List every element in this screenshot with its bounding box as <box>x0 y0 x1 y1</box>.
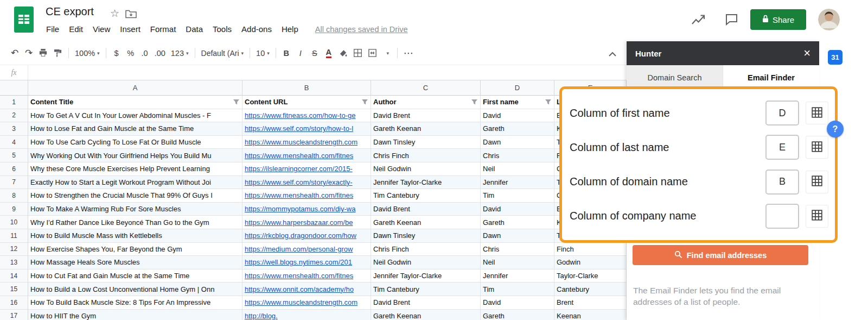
cell-last[interactable]: Cantebury <box>554 283 627 296</box>
redo-button[interactable]: ↷ <box>22 46 36 60</box>
cell-author[interactable]: Dawn Tinsley <box>371 136 481 149</box>
cell-url[interactable]: https://www.menshealth.com/fitnes <box>242 149 371 162</box>
cell-author[interactable]: Tim Cantebury <box>371 283 481 296</box>
row-number[interactable]: 14 <box>0 269 28 283</box>
format-currency-button[interactable]: $ <box>110 46 124 60</box>
cell-title[interactable]: How Exercise Shapes You, Far Beyond the … <box>28 243 242 256</box>
cell-title[interactable]: How to HIIT the Gym <box>28 310 242 320</box>
cell-url[interactable]: https://www.self.com/story/how-to-l <box>242 122 371 136</box>
cell-first[interactable]: First name <box>481 96 554 109</box>
column-of-last-name-picker-button[interactable] <box>806 136 828 159</box>
cell-url[interactable]: https://www.muscleandstrength.com <box>242 296 371 310</box>
cell-title[interactable]: How To Make A Warming Rub For Sore Muscl… <box>28 203 242 216</box>
cell-title[interactable]: How Massage Heals Sore Muscles <box>28 256 242 269</box>
column-of-last-name-input[interactable]: E <box>765 135 799 160</box>
cell-last[interactable]: Godwin <box>554 256 627 269</box>
column-of-company-name-picker-button[interactable] <box>806 205 828 228</box>
cell-first[interactable]: Dawn <box>481 229 554 243</box>
increase-decimal-button[interactable]: .00 <box>152 46 168 60</box>
cell-url[interactable]: https://www.onnit.com/academy/ho <box>242 283 371 296</box>
cell-url[interactable]: https://www.self.com/story/exactly- <box>242 176 371 190</box>
filter-icon[interactable] <box>545 99 552 105</box>
cell-title[interactable]: How To Build Back Muscle Size: 8 Tips Fo… <box>28 296 242 310</box>
format-percent-button[interactable]: % <box>124 46 138 60</box>
font-family-select[interactable]: Default (Ari▾ <box>199 46 247 60</box>
row-number[interactable]: 9 <box>0 203 28 216</box>
cell-author[interactable]: Gareth Keenan <box>371 310 481 320</box>
row-number[interactable]: 6 <box>0 162 28 176</box>
cell-first[interactable]: Gareth <box>481 216 554 229</box>
borders-button[interactable] <box>350 46 365 60</box>
cell-author[interactable]: Jennifer Taylor-Clarke <box>371 176 481 190</box>
cell-author[interactable]: Gareth Keenan <box>371 216 481 229</box>
font-size-select[interactable]: 10▾ <box>253 46 272 60</box>
row-number[interactable]: 13 <box>0 256 28 269</box>
collapse-toolbar-button[interactable] <box>609 49 616 59</box>
cell-url[interactable]: https://medium.com/personal-grow <box>242 243 371 256</box>
cell-author[interactable]: Chris Finch <box>371 149 481 162</box>
cell-first[interactable]: Gareth <box>481 122 554 136</box>
row-number[interactable]: 8 <box>0 189 28 203</box>
column-of-first-name-input[interactable]: D <box>765 101 799 126</box>
row-number[interactable]: 10 <box>0 216 28 229</box>
cell-url[interactable]: https://well.blogs.nytimes.com/201 <box>242 256 371 269</box>
filter-icon[interactable] <box>233 99 240 105</box>
help-badge[interactable]: ? <box>827 121 844 137</box>
cell-title[interactable]: Why Working Out With Your Girlfriend Hel… <box>28 149 242 162</box>
cell-url[interactable]: https://www.harpersbazaar.com/be <box>242 216 371 229</box>
cell-title[interactable]: How to Build a Low Cost Unconventional H… <box>28 283 242 296</box>
menu-item-help[interactable]: Help <box>277 23 303 35</box>
cell-title[interactable]: How to Build Muscle Mass with Kettlebell… <box>28 229 242 243</box>
zoom-select[interactable]: 100%▾ <box>72 46 103 60</box>
text-color-button[interactable]: A <box>322 46 336 60</box>
close-icon[interactable]: × <box>803 47 810 59</box>
cell-last[interactable]: Finch <box>554 243 627 256</box>
more-toolbar-button[interactable]: ⋯ <box>401 46 416 60</box>
column-header-a[interactable]: A <box>28 80 242 96</box>
comment-icon[interactable] <box>725 14 738 28</box>
column-header-c[interactable]: C <box>371 80 481 96</box>
cell-author[interactable]: Neil Godwin <box>371 162 481 176</box>
cell-author[interactable]: David Brent <box>371 109 481 123</box>
cell-author[interactable]: Author <box>371 96 481 109</box>
cell-first[interactable]: Neil <box>481 162 554 176</box>
cell-first[interactable]: Dawn <box>481 136 554 149</box>
row-number[interactable]: 3 <box>0 122 28 136</box>
cell-author[interactable]: Gareth Keenan <box>371 122 481 136</box>
cell-url[interactable]: https://mommypotamus.com/diy-wa <box>242 203 371 216</box>
filter-icon[interactable] <box>361 99 368 105</box>
row-number[interactable]: 15 <box>0 283 28 296</box>
column-of-domain-name-picker-button[interactable] <box>806 171 828 193</box>
row-number[interactable]: 16 <box>0 296 28 310</box>
cell-title[interactable]: Why these Core Muscle Exercises Help Pre… <box>28 162 242 176</box>
move-to-folder-icon[interactable] <box>125 9 137 21</box>
number-format-select[interactable]: 123▾ <box>168 46 192 60</box>
cell-first[interactable]: David <box>481 109 554 123</box>
menu-item-data[interactable]: Data <box>181 23 208 35</box>
cell-title[interactable]: How to Strengthen the Crucial Muscle Tha… <box>28 189 242 203</box>
cell-author[interactable]: David Brent <box>371 296 481 310</box>
cell-url[interactable]: https://www.menshealth.com/fitnes <box>242 189 371 203</box>
menu-item-tools[interactable]: Tools <box>208 23 237 35</box>
cell-url[interactable]: https://www.muscleandstrength.com <box>242 136 371 149</box>
cell-first[interactable]: David <box>481 203 554 216</box>
cell-first[interactable]: David <box>481 296 554 310</box>
cell-author[interactable]: David Brent <box>371 203 481 216</box>
paint-format-button[interactable] <box>50 46 65 60</box>
cell-url[interactable]: https://www.fitneass.com/how-to-ge <box>242 109 371 123</box>
cell-author[interactable]: Tim Cantebury <box>371 189 481 203</box>
cell-first[interactable]: Gareth <box>481 310 554 320</box>
column-of-domain-name-input[interactable]: B <box>765 170 799 194</box>
cell-title[interactable]: Content Title <box>28 96 242 109</box>
star-icon[interactable]: ☆ <box>110 7 119 20</box>
cell-last[interactable]: Keenan <box>554 310 627 320</box>
cell-url[interactable]: Content URL <box>242 96 371 109</box>
calendar-badge[interactable]: 31 <box>828 50 843 65</box>
menu-item-format[interactable]: Format <box>145 23 181 35</box>
cell-title[interactable]: Exactly How to Start a Legit Workout Pro… <box>28 176 242 190</box>
filter-icon[interactable] <box>471 99 478 105</box>
menu-item-add-ons[interactable]: Add-ons <box>237 23 277 35</box>
cell-first[interactable]: Tim <box>481 283 554 296</box>
column-of-company-name-input[interactable] <box>765 204 799 229</box>
sheets-logo-icon[interactable] <box>14 7 34 35</box>
